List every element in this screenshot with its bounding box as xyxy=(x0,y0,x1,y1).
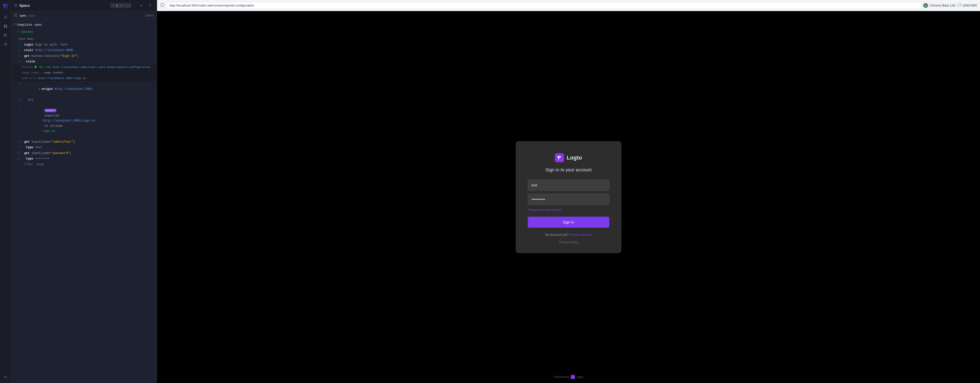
no-account-text: No account yet? Create account xyxy=(545,233,592,237)
login-modal: Logto Sign in to your account Forgot you… xyxy=(515,141,621,253)
svg-point-14 xyxy=(5,44,6,45)
svg-rect-23 xyxy=(558,158,560,159)
sidebar-item-settings[interactable] xyxy=(2,40,10,48)
code-line-10: 10 get input[name="password"] xyxy=(11,151,157,156)
svg-rect-5 xyxy=(4,17,7,17)
template-spec-label: template spec xyxy=(17,22,42,28)
svg-rect-20 xyxy=(958,4,961,6)
svg-rect-3 xyxy=(6,6,8,8)
code-line-7: 7 -assert expected http://localhost:3001… xyxy=(11,103,157,139)
divider xyxy=(134,3,135,8)
password-input[interactable] xyxy=(528,194,609,205)
svg-rect-22 xyxy=(560,156,561,158)
code-line-4: 4 -click xyxy=(11,59,157,64)
code-line-2: 2 visit http://localhost:3000 xyxy=(11,48,157,53)
svg-rect-11 xyxy=(4,34,7,35)
sidebar-item-config[interactable] xyxy=(2,373,10,381)
chrome-icon xyxy=(923,3,928,8)
chrome-info: Chrome Beta 118 xyxy=(923,3,955,8)
viewport-icon xyxy=(957,3,961,8)
chrome-label: Chrome Beta 118 xyxy=(930,3,955,7)
svg-rect-4 xyxy=(4,16,7,16)
fetch-line-1: (fetch) GET 200 http://localhost:3001/oi… xyxy=(11,65,157,70)
svg-rect-2 xyxy=(3,6,5,8)
svg-rect-12 xyxy=(4,35,6,35)
powered-logto-icon xyxy=(571,375,575,379)
svg-rect-0 xyxy=(3,4,5,6)
test-body-header: TEST BODY xyxy=(11,35,157,42)
svg-point-15 xyxy=(5,377,6,378)
toolbar: ☰ Specs ✓ 1 ✕ -- ◌ ▾ ↻ xyxy=(11,0,157,11)
svg-rect-8 xyxy=(6,25,7,26)
sidebar-item-list[interactable] xyxy=(2,31,10,39)
pass-badge: ✓ 1 ✕ -- ◌ xyxy=(110,3,131,8)
chevron-down-button[interactable]: ▾ xyxy=(138,2,145,9)
svg-rect-6 xyxy=(4,18,7,19)
shield-icon xyxy=(160,3,165,8)
browser-content: Logto Sign in to your account Forgot you… xyxy=(157,11,980,383)
svg-rect-10 xyxy=(6,26,7,28)
passes-label: passes xyxy=(21,29,33,35)
forgot-password-link[interactable]: Forgot your password? xyxy=(528,208,561,211)
fetch-line-2: (page load) --page loaded-- xyxy=(11,70,157,75)
file-icon xyxy=(14,13,18,17)
powered-logto-name: Logto xyxy=(576,375,583,379)
refresh-button[interactable]: ↻ xyxy=(147,2,154,9)
badge-count: 1 xyxy=(116,4,118,7)
privacy-policy-link[interactable]: Privacy Policy xyxy=(559,241,578,244)
left-panel: ☰ Specs ✓ 1 ✕ -- ◌ ▾ ↻ spec cy.ts 789ms xyxy=(11,0,157,383)
no-account-label: No account yet? xyxy=(545,233,569,237)
code-line-11: 11 -type •••••••• xyxy=(11,156,157,162)
svg-rect-9 xyxy=(4,26,5,28)
powered-by: Powered by Logto xyxy=(554,375,583,379)
url-bar[interactable]: http://localhost:3001/oidc/.well-known/o… xyxy=(167,2,921,9)
app-logo-icon xyxy=(2,2,10,10)
code-line-1: 1 Login Sign in with: test xyxy=(11,42,157,48)
modal-title: Sign in to your account xyxy=(546,167,592,173)
url-text: http://localhost:3001/oidc/.well-known/o… xyxy=(169,3,254,7)
test-body-label: TEST BODY xyxy=(18,37,34,41)
clear-line: Clear page xyxy=(11,162,157,167)
spec-ext: cy.ts xyxy=(29,14,35,17)
logto-name: Logto xyxy=(566,154,582,161)
spin-icon: ◌ xyxy=(127,4,129,7)
browser-toolbar: http://localhost:3001/oidc/.well-known/o… xyxy=(157,0,980,11)
template-spec-item[interactable]: ▼ template spec xyxy=(11,21,157,29)
code-area: ▼ template spec ✓ passes TEST BODY 1 Log… xyxy=(11,20,157,383)
check-icon: ✓ xyxy=(112,4,115,7)
svg-rect-21 xyxy=(558,156,560,158)
viewport-info: 1000×660 xyxy=(957,3,977,8)
logto-logo: Logto xyxy=(555,153,582,162)
code-line-3: 3 get button:contains("Sign In") xyxy=(11,53,157,59)
logto-icon xyxy=(555,153,564,162)
svg-rect-1 xyxy=(6,4,8,6)
code-line-6: 6 url xyxy=(11,97,157,103)
powered-by-text: Powered by xyxy=(554,375,570,379)
code-line-5: 5 ▼ origin http://localhost:3001 xyxy=(11,81,157,97)
spec-name: spec xyxy=(20,14,26,17)
svg-rect-13 xyxy=(4,36,6,37)
code-line-8: 8 get input[name="identifier"] xyxy=(11,139,157,145)
sidebar xyxy=(0,0,11,383)
spec-header: spec cy.ts 789ms xyxy=(11,11,157,20)
viewport-size: 1000×660 xyxy=(963,3,977,7)
username-input[interactable] xyxy=(528,180,609,191)
spec-time: 789ms xyxy=(145,14,154,17)
menu-icon: ☰ xyxy=(14,3,18,8)
sidebar-item-menu[interactable] xyxy=(2,13,10,21)
x-icon: ✕ xyxy=(119,4,122,7)
sign-in-button[interactable]: Sign in xyxy=(528,217,609,228)
create-account-link[interactable]: Create account xyxy=(570,233,592,237)
svg-rect-7 xyxy=(4,25,5,26)
browser-panel: http://localhost:3001/oidc/.well-known/o… xyxy=(157,0,980,383)
passes-item[interactable]: ✓ passes xyxy=(11,29,157,35)
dash-icon: -- xyxy=(123,4,125,7)
toolbar-title: Specs xyxy=(19,3,108,8)
fetch-line-3: (new url) http://localhost:3001/sign-in xyxy=(11,76,157,81)
code-line-9: 9 -type test xyxy=(11,145,157,150)
sidebar-item-dashboard[interactable] xyxy=(2,22,10,30)
